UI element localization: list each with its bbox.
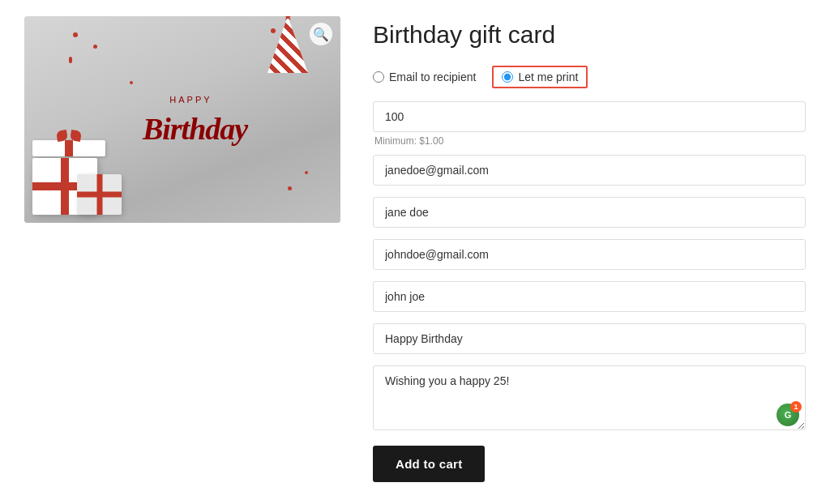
- confetti-dot: [130, 81, 133, 84]
- zoom-icon[interactable]: 🔍: [310, 23, 332, 45]
- message-field-group: Wishing you a happy 25! G: [373, 365, 806, 433]
- page-container: ★: [0, 0, 830, 498]
- confetti-dot: [305, 171, 308, 174]
- party-hat: ★: [267, 16, 308, 73]
- grammarly-badge: G: [777, 404, 799, 426]
- sender-name-input[interactable]: [373, 197, 806, 228]
- subject-field-group: [373, 323, 806, 357]
- email-option-label: Email to recipient: [389, 70, 476, 83]
- sender-name-field-group: [373, 197, 806, 231]
- print-option-label: Let me print: [518, 70, 578, 83]
- zoom-icon-symbol: 🔍: [313, 27, 329, 42]
- product-details: Birthday gift card Email to recipient Le…: [373, 16, 806, 482]
- email-to-recipient-option[interactable]: Email to recipient: [373, 70, 476, 83]
- delivery-options: Email to recipient Let me print: [373, 66, 806, 88]
- recipient-email-input[interactable]: [373, 239, 806, 270]
- let-me-print-option[interactable]: Let me print: [492, 66, 588, 88]
- gift-box-small: [77, 174, 122, 215]
- product-image-section: ★: [24, 16, 340, 223]
- amount-input[interactable]: [373, 101, 806, 132]
- subject-input[interactable]: [373, 323, 806, 354]
- sender-email-field-group: [373, 155, 806, 189]
- confetti-dot: [288, 186, 292, 190]
- amount-hint: Minimum: $1.00: [373, 135, 806, 147]
- sender-email-input[interactable]: [373, 155, 806, 186]
- recipient-name-field-group: [373, 281, 806, 315]
- confetti-dot: [93, 45, 97, 49]
- print-radio[interactable]: [502, 71, 513, 83]
- product-title: Birthday gift card: [373, 20, 806, 49]
- confetti-dot: [73, 32, 78, 37]
- card-text-birthday: Birthday: [143, 111, 247, 147]
- confetti-dot: [69, 57, 72, 63]
- recipient-email-field-group: [373, 239, 806, 273]
- card-text-happy: HAPPY: [169, 95, 212, 105]
- grammarly-icon: G: [785, 410, 792, 420]
- add-to-cart-button[interactable]: Add to cart: [373, 446, 485, 482]
- product-image: ★: [24, 16, 340, 223]
- email-radio[interactable]: [373, 71, 384, 83]
- party-hat-wrapper: ★: [267, 16, 308, 73]
- amount-field-group: Minimum: $1.00: [373, 101, 806, 147]
- message-textarea[interactable]: Wishing you a happy 25!: [373, 365, 806, 430]
- recipient-name-input[interactable]: [373, 281, 806, 312]
